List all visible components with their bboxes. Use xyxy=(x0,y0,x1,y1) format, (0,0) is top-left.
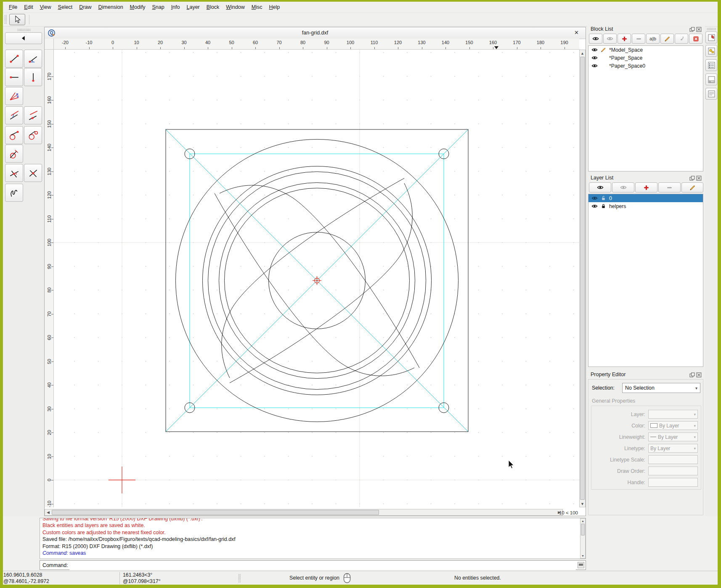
tool-line-tangent-two-circles[interactable] xyxy=(24,126,42,144)
command-input[interactable] xyxy=(69,561,576,570)
property-select[interactable]: By Layer▾ xyxy=(648,444,698,453)
menu-view[interactable]: View xyxy=(37,3,55,11)
menu-window[interactable]: Window xyxy=(223,3,248,11)
property-select[interactable]: By Layer▾ xyxy=(648,432,698,441)
menu-select[interactable]: Select xyxy=(55,3,76,11)
block-hide-all-button[interactable] xyxy=(603,34,617,44)
h-ruler-tick xyxy=(422,47,422,49)
layer-add-button[interactable] xyxy=(635,182,657,192)
toggle-layer-list-button[interactable] xyxy=(705,59,717,71)
menu-snap[interactable]: Snap xyxy=(148,3,167,11)
back-button[interactable] xyxy=(5,32,42,44)
visibility-eye-icon[interactable] xyxy=(591,203,598,209)
block-show-all-button[interactable] xyxy=(589,34,602,44)
tool-line-orthogonal-tangent[interactable] xyxy=(5,145,23,163)
menu-draw[interactable]: Draw xyxy=(76,3,95,11)
menu-dimension[interactable]: Dimension xyxy=(95,3,127,11)
v-scrollbar[interactable]: ▲ ▼ xyxy=(579,50,586,507)
toggle-property-editor-button[interactable] xyxy=(705,88,717,100)
lineweight-swatch xyxy=(650,437,656,437)
layer-show-all-button[interactable] xyxy=(589,182,611,192)
block-remove-button[interactable] xyxy=(632,34,645,44)
scroll-up-icon[interactable]: ▲ xyxy=(580,50,585,56)
edit-pencil-icon xyxy=(600,47,607,53)
history-scrollbar-thumb[interactable] xyxy=(581,524,585,535)
menu-modify[interactable]: Modify xyxy=(127,3,149,11)
h-scrollbar[interactable]: ◀ ▶ xyxy=(45,509,563,516)
tool-line-orthogonal[interactable] xyxy=(24,164,42,182)
v-scrollbar-thumb[interactable] xyxy=(580,57,585,500)
layer-hide-all-button[interactable] xyxy=(612,182,634,192)
block-item-*Paper_Space[interactable]: *Paper_Space xyxy=(588,54,703,62)
history-scroll-up-icon[interactable]: ▲ xyxy=(581,519,585,523)
layer-edit-button[interactable] xyxy=(681,182,703,192)
block-edit-button[interactable] xyxy=(660,34,674,44)
dock-strip-handle[interactable] xyxy=(707,28,716,30)
tool-line-horizontal[interactable] xyxy=(5,68,23,86)
tool-line-relative-angle[interactable] xyxy=(5,164,23,182)
toggle-command-line-button[interactable] xyxy=(705,74,717,85)
tool-line-tangent-point-circle[interactable] xyxy=(5,126,23,144)
selection-tool-button[interactable] xyxy=(9,14,25,25)
selection-combobox[interactable]: No Selection ▾ xyxy=(622,383,700,393)
layer-list-close-icon[interactable] xyxy=(696,175,702,180)
block-delete-button[interactable] xyxy=(689,34,702,44)
visibility-eye-icon[interactable] xyxy=(591,63,598,69)
toggle-library-browser-button[interactable] xyxy=(705,45,717,57)
toolbar-drag-handle[interactable] xyxy=(4,15,7,24)
visibility-eye-icon[interactable] xyxy=(591,195,598,201)
tool-line-two-points[interactable] xyxy=(5,50,23,68)
line-freehand-icon xyxy=(9,187,20,198)
menu-misc[interactable]: Misc xyxy=(248,3,266,11)
block-item-*Paper_Space0[interactable]: *Paper_Space0 xyxy=(588,62,703,70)
status-drag-handle[interactable] xyxy=(238,574,241,583)
visibility-eye-icon[interactable] xyxy=(591,55,598,61)
property-input[interactable] xyxy=(648,478,698,487)
block-list-float-icon[interactable] xyxy=(689,26,695,31)
scroll-down-icon[interactable]: ▼ xyxy=(580,501,585,506)
property-editor-close-icon[interactable] xyxy=(696,372,702,377)
toolbox-drag-handle[interactable] xyxy=(17,29,31,31)
menu-block[interactable]: Block xyxy=(203,3,223,11)
block-insert-button[interactable] xyxy=(675,34,688,44)
command-history[interactable]: Saving to file format version 'R15 (2000… xyxy=(40,518,586,559)
h-ruler-tick xyxy=(445,47,446,49)
layer-remove-button[interactable] xyxy=(658,182,681,192)
property-select[interactable]: ▾ xyxy=(648,410,698,419)
block-add-button[interactable] xyxy=(618,34,631,44)
block-rename-button[interactable]: a|b xyxy=(646,34,660,44)
lock-closed-icon[interactable] xyxy=(600,203,607,209)
menu-help[interactable]: Help xyxy=(266,3,284,11)
block-item-*Model_Space[interactable]: *Model_Space xyxy=(588,46,703,54)
tool-line-bisector[interactable] xyxy=(5,87,23,105)
history-scroll-down-icon[interactable]: ▼ xyxy=(581,554,585,558)
property-input[interactable] xyxy=(648,467,698,475)
tool-line-freehand[interactable] xyxy=(5,184,23,202)
property-editor-float-icon[interactable] xyxy=(689,372,695,377)
property-input[interactable] xyxy=(648,455,698,464)
menu-info[interactable]: Info xyxy=(168,3,183,11)
menu-file[interactable]: File xyxy=(5,3,21,11)
menu-layer[interactable]: Layer xyxy=(183,3,203,11)
block-list-close-icon[interactable] xyxy=(696,26,702,31)
menu-edit[interactable]: Edit xyxy=(21,3,37,11)
layer-list-float-icon[interactable] xyxy=(689,175,695,180)
canvas[interactable] xyxy=(54,50,580,507)
property-select[interactable]: By Layer▾ xyxy=(648,421,698,430)
tool-line-angle[interactable] xyxy=(24,50,42,68)
close-document-icon[interactable]: ✕ xyxy=(574,29,579,36)
h-scrollbar-thumb[interactable] xyxy=(52,510,379,515)
layer-item-0[interactable]: 0 xyxy=(588,194,703,202)
history-scrollbar[interactable]: ▲ ▼ xyxy=(580,518,586,559)
scroll-left-icon[interactable]: ◀ xyxy=(45,509,51,515)
layer-item-helpers[interactable]: helpers xyxy=(588,202,703,210)
h-ruler-label: 140 xyxy=(437,40,454,45)
visibility-eye-icon[interactable] xyxy=(591,47,598,53)
lock-open-icon[interactable] xyxy=(600,195,607,201)
drawing-window-titlebar[interactable]: Q fan-grid.dxf ✕ xyxy=(45,27,586,39)
tool-line-parallel-point[interactable] xyxy=(24,106,42,124)
tool-line-vertical[interactable] xyxy=(24,68,42,86)
tool-line-parallel-distance[interactable] xyxy=(5,106,23,124)
toggle-block-list-button[interactable] xyxy=(705,32,717,43)
command-options-button[interactable] xyxy=(578,562,584,568)
